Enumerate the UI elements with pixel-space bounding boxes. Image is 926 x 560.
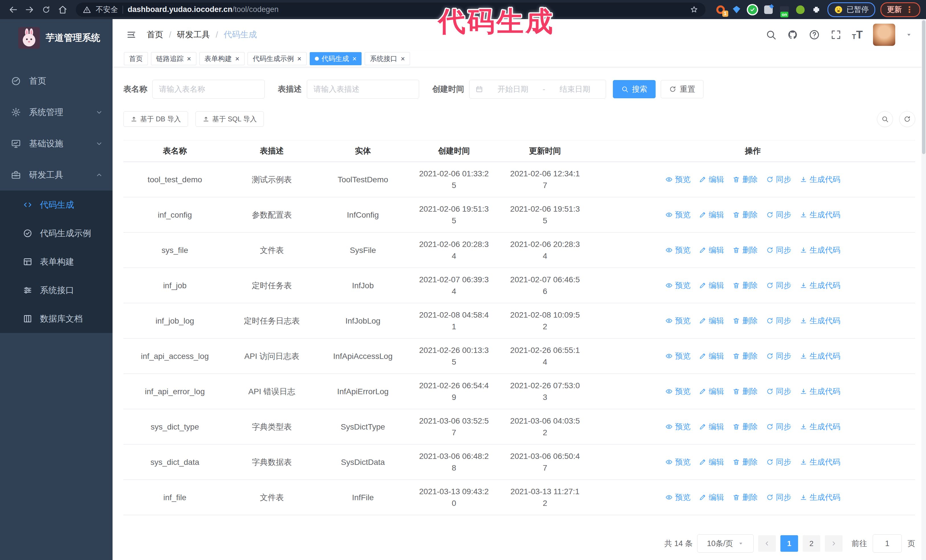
preview-action[interactable]: 预览 <box>665 209 690 221</box>
extension-green-check-icon[interactable] <box>747 4 758 15</box>
goto-page-input[interactable] <box>873 534 902 552</box>
delete-action[interactable]: 删除 <box>732 350 758 362</box>
extension-blue-gem-icon[interactable] <box>731 4 742 15</box>
extension-grid-icon[interactable] <box>763 4 774 15</box>
update-button[interactable]: 更新 ⋮ <box>881 2 920 17</box>
refresh-table-button[interactable] <box>899 111 915 127</box>
sync-action[interactable]: 同步 <box>766 492 791 503</box>
extension-puzzle-icon[interactable] <box>811 4 822 15</box>
preview-action[interactable]: 预览 <box>665 174 690 186</box>
browser-reload-button[interactable] <box>39 2 54 17</box>
sidebar-subitem-db-doc[interactable]: 数据库文档 <box>0 305 112 333</box>
delete-action[interactable]: 删除 <box>732 492 758 503</box>
sidebar-item-system[interactable]: 系统管理 <box>0 97 112 128</box>
logo-row[interactable]: 芋道管理系统 <box>0 19 112 56</box>
delete-action[interactable]: 删除 <box>732 456 758 468</box>
sidebar-item-infra[interactable]: 基础设施 <box>0 128 112 159</box>
preview-action[interactable]: 预览 <box>665 421 690 433</box>
tab-codegen[interactable]: 代码生成× <box>310 52 362 65</box>
preview-action[interactable]: 预览 <box>665 386 690 397</box>
sync-action[interactable]: 同步 <box>766 280 791 291</box>
page-button-2[interactable]: 2 <box>803 535 820 552</box>
search-button[interactable]: 搜索 <box>613 80 656 98</box>
font-size-icon[interactable]: TT <box>852 29 863 40</box>
edit-action[interactable]: 编辑 <box>699 209 724 221</box>
generate-code-action[interactable]: 生成代码 <box>800 174 840 186</box>
edit-action[interactable]: 编辑 <box>699 456 724 468</box>
import-sql-button[interactable]: 基于 SQL 导入 <box>195 112 264 127</box>
tab-close-icon[interactable]: × <box>353 55 357 62</box>
import-db-button[interactable]: 基于 DB 导入 <box>123 112 188 127</box>
delete-action[interactable]: 删除 <box>732 315 758 327</box>
preview-action[interactable]: 预览 <box>665 456 690 468</box>
sync-action[interactable]: 同步 <box>766 421 791 433</box>
delete-action[interactable]: 删除 <box>732 209 758 221</box>
edit-action[interactable]: 编辑 <box>699 421 724 433</box>
sync-action[interactable]: 同步 <box>766 245 791 256</box>
edit-action[interactable]: 编辑 <box>699 280 724 291</box>
table-desc-input[interactable] <box>307 80 419 98</box>
sync-action[interactable]: 同步 <box>766 386 791 397</box>
sync-action[interactable]: 同步 <box>766 315 791 327</box>
create-time-range-input[interactable]: 开始日期 - 结束日期 <box>469 80 606 98</box>
bookmark-star-icon[interactable] <box>690 5 699 14</box>
delete-action[interactable]: 删除 <box>732 245 758 256</box>
prev-page-button[interactable] <box>758 535 776 552</box>
preview-action[interactable]: 预览 <box>665 245 690 256</box>
sidebar-subitem-codegen-example[interactable]: 代码生成示例 <box>0 219 112 248</box>
avatar[interactable] <box>873 24 895 46</box>
edit-action[interactable]: 编辑 <box>699 245 724 256</box>
edit-action[interactable]: 编辑 <box>699 492 724 503</box>
delete-action[interactable]: 删除 <box>732 386 758 397</box>
generate-code-action[interactable]: 生成代码 <box>800 386 840 397</box>
kebab-menu-icon[interactable]: ⋮ <box>905 5 914 14</box>
delete-action[interactable]: 删除 <box>732 280 758 291</box>
tab-close-icon[interactable]: × <box>401 55 405 62</box>
help-icon[interactable] <box>809 29 820 41</box>
tab-codegen-example[interactable]: 代码生成示例× <box>248 52 307 65</box>
browser-forward-button[interactable] <box>22 2 37 17</box>
sync-action[interactable]: 同步 <box>766 350 791 362</box>
sidebar-subitem-form-build[interactable]: 表单构建 <box>0 248 112 276</box>
generate-code-action[interactable]: 生成代码 <box>800 315 840 327</box>
generate-code-action[interactable]: 生成代码 <box>800 280 840 291</box>
preview-action[interactable]: 预览 <box>665 280 690 291</box>
paused-badge[interactable]: 已暂停 <box>828 2 875 17</box>
edit-action[interactable]: 编辑 <box>699 350 724 362</box>
browser-home-button[interactable] <box>55 2 70 17</box>
extension-dark-icon[interactable]: on <box>779 4 790 15</box>
preview-action[interactable]: 预览 <box>665 492 690 503</box>
table-name-input[interactable] <box>153 80 265 98</box>
delete-action[interactable]: 删除 <box>732 174 758 186</box>
sidebar-subitem-codegen[interactable]: 代码生成 <box>0 190 112 219</box>
extension-orange-ring-icon[interactable]: 1 <box>715 4 726 15</box>
sidebar-subitem-system-api[interactable]: 系统接口 <box>0 276 112 305</box>
generate-code-action[interactable]: 生成代码 <box>800 350 840 362</box>
sidebar-item-home[interactable]: 首页 <box>0 65 112 97</box>
avatar-caret-down-icon[interactable] <box>905 31 912 38</box>
preview-action[interactable]: 预览 <box>665 350 690 362</box>
tab-close-icon[interactable]: × <box>297 55 301 62</box>
sync-action[interactable]: 同步 <box>766 174 791 186</box>
address-bar[interactable]: 不安全 dashboard.yudao.iocoder.cn/tool/code… <box>76 3 705 17</box>
tab-home[interactable]: 首页 <box>124 52 148 65</box>
next-page-button[interactable] <box>825 535 843 552</box>
toggle-search-button[interactable] <box>877 111 893 127</box>
generate-code-action[interactable]: 生成代码 <box>800 209 840 221</box>
generate-code-action[interactable]: 生成代码 <box>800 492 840 503</box>
page-size-select[interactable]: 10条/页 <box>697 534 754 552</box>
edit-action[interactable]: 编辑 <box>699 386 724 397</box>
delete-action[interactable]: 删除 <box>732 421 758 433</box>
extension-green-animal-icon[interactable] <box>795 4 806 15</box>
generate-code-action[interactable]: 生成代码 <box>800 421 840 433</box>
tab-close-icon[interactable]: × <box>187 55 191 62</box>
breadcrumb-home[interactable]: 首页 <box>147 29 163 41</box>
tab-form-build[interactable]: 表单构建× <box>200 52 245 65</box>
browser-back-button[interactable] <box>6 2 21 17</box>
scrollbar-thumb[interactable] <box>922 20 925 154</box>
breadcrumb-devtools[interactable]: 研发工具 <box>177 29 210 41</box>
github-icon[interactable] <box>787 29 798 41</box>
reset-button[interactable]: 重置 <box>661 80 704 98</box>
tab-close-icon[interactable]: × <box>235 55 240 62</box>
url-text[interactable]: dashboard.yudao.iocoder.cn/tool/codegen <box>128 5 278 14</box>
